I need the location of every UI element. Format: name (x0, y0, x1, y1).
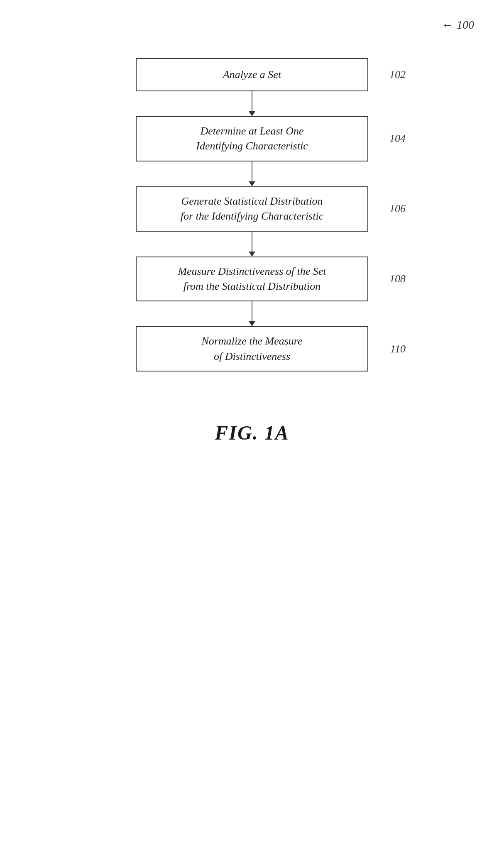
step-number-106: 106 (389, 203, 406, 215)
step-box-106: Generate Statistical Distributionfor the… (136, 186, 368, 232)
arrow-head-2 (249, 181, 255, 186)
arrow-4 (249, 301, 255, 326)
step-box-102: Analyze a Set (136, 58, 368, 91)
step-row-106: Generate Statistical Distributionfor the… (33, 186, 471, 232)
step-row-108: Measure Distinctiveness of the Setfrom t… (33, 257, 471, 302)
arrow-line-4 (252, 301, 252, 321)
arrow-line-1 (252, 91, 252, 111)
step-row-110: Normalize the Measureof Distinctiveness … (33, 326, 471, 372)
arrow-line-3 (252, 232, 252, 252)
step-number-104: 104 (389, 132, 406, 145)
arrow-head-3 (249, 252, 255, 257)
step-box-104: Determine at Least OneIdentifying Charac… (136, 116, 368, 161)
step-text-110: Normalize the Measureof Distinctiveness (201, 334, 302, 364)
step-text-108: Measure Distinctiveness of the Setfrom t… (178, 264, 326, 294)
step-number-102: 102 (389, 68, 406, 81)
step-box-110: Normalize the Measureof Distinctiveness (136, 326, 368, 372)
arrow-head-1 (249, 111, 255, 116)
step-text-104: Determine at Least OneIdentifying Charac… (196, 124, 308, 154)
step-text-102: Analyze a Set (223, 67, 281, 82)
flowchart: Analyze a Set 102 Determine at Least One… (33, 58, 471, 372)
step-row-102: Analyze a Set 102 (33, 58, 471, 91)
figure-id-label: 100 (457, 18, 474, 32)
figure-caption: FIG. 1A (215, 421, 289, 444)
step-number-110: 110 (390, 343, 406, 355)
arrow-line-2 (252, 161, 252, 181)
top-arrow-icon: ← (442, 18, 453, 32)
step-text-106: Generate Statistical Distributionfor the… (181, 194, 323, 224)
arrow-2 (249, 161, 255, 186)
step-row-104: Determine at Least OneIdentifying Charac… (33, 116, 471, 161)
arrow-1 (249, 91, 255, 116)
step-box-108: Measure Distinctiveness of the Setfrom t… (136, 257, 368, 302)
arrow-head-4 (249, 321, 255, 326)
arrow-3 (249, 232, 255, 257)
page-container: ← 100 Analyze a Set 102 Determine at Lea… (0, 0, 504, 853)
step-number-108: 108 (389, 273, 406, 285)
